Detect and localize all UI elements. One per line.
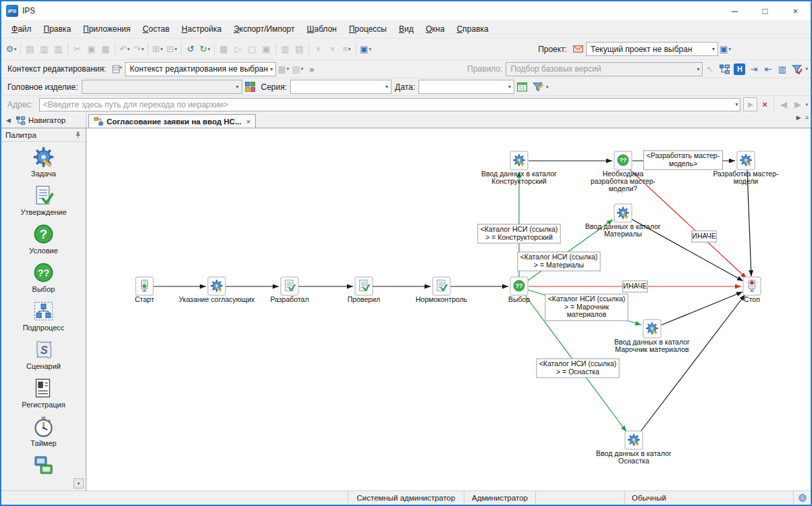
node-razrabotka-master-modeli[interactable]: Разработка мастер-модели (713, 151, 779, 185)
workflow-diagram[interactable]: <Каталог НСИ (ссылка)> = Конструкторский… (86, 128, 811, 490)
diagram-canvas[interactable]: <Каталог НСИ (ссылка)> = Конструкторский… (86, 128, 811, 490)
calendar-icon[interactable] (516, 81, 528, 93)
edge-marochnik-stop[interactable] (661, 292, 742, 325)
edge-osnastka-stop[interactable] (640, 295, 745, 432)
edge-razrabotka-stop[interactable] (747, 170, 751, 276)
insert-copy-icon: ⊟▾ (165, 42, 179, 56)
menu-windows[interactable]: Окна (420, 22, 451, 36)
chevron-down-icon[interactable]: ▾ (805, 66, 808, 72)
overflow-chevron-icon[interactable]: » (304, 62, 319, 76)
palette-item-scenario[interactable]: Сценарий (26, 338, 61, 377)
node-vvod-konstruktorskij[interactable]: Ввод данных в каталогКонструкторский (481, 151, 557, 185)
filter-applied-icon[interactable] (791, 64, 803, 75)
tabs-scroll-right-icon[interactable]: ▶ (794, 113, 803, 128)
menu-file[interactable]: Файл (5, 22, 38, 36)
palette-item-label: Подпроцесс (23, 324, 65, 332)
chevron-down-icon[interactable]: ▾ (805, 102, 808, 107)
maximize-button[interactable]: □ (750, 1, 780, 20)
tabs-menu-icon[interactable]: ≡ (803, 113, 811, 128)
edge-label-materialy[interactable]: <Каталог НСИ (ссылка)> = Материалы (518, 252, 600, 271)
context-history-icon: ▤▾ (290, 62, 304, 76)
edge-label-osnastka[interactable]: <Каталог НСИ (ссылка)> = Оснастка (537, 359, 619, 378)
h-button[interactable]: H (734, 64, 745, 75)
workspace-panels-icon[interactable]: ▣▾ (358, 42, 373, 56)
menu-edit[interactable]: Правка (38, 22, 78, 36)
chevron-down-icon[interactable]: ▾ (733, 101, 740, 107)
node-label: Старт (135, 295, 155, 303)
menu-help[interactable]: Справка (451, 22, 495, 36)
tab-title: Согласование заявки на ввод НС... (107, 118, 242, 126)
context-combo[interactable]: Контекст редактирования не выбран ▾ (125, 62, 276, 76)
close-button[interactable]: × (780, 1, 811, 20)
node-label: Указание согласующих (179, 295, 255, 303)
collapse-panel-icon[interactable]: ◀ (4, 116, 13, 125)
columns-icon[interactable]: ▥ (775, 62, 789, 76)
separator (356, 43, 356, 55)
node-ukazanie-soglasuyushchih[interactable]: Указание согласующих (179, 277, 255, 303)
menu-view[interactable]: Вид (393, 22, 420, 36)
palette-scroll-down-button[interactable]: ▾ (74, 478, 84, 488)
pin-icon[interactable] (74, 131, 82, 138)
tab-close-icon[interactable]: × (246, 118, 250, 126)
navigator-tab[interactable]: Навигатор (28, 116, 65, 124)
node-label: Ввод данных в каталогМарочник материалов (614, 338, 690, 353)
palette-item-subprocess[interactable]: Подпроцесс (23, 300, 65, 338)
palette-item-partial[interactable] (32, 454, 55, 490)
minimize-button[interactable]: ─ (720, 1, 750, 20)
series-combo[interactable]: ▾ (290, 80, 391, 94)
chevron-down-icon: ▾ (728, 47, 731, 52)
project-combo[interactable]: Текущий проект не выбран ▾ (586, 42, 718, 56)
node-proveril[interactable]: Проверил (348, 277, 380, 303)
chevron-down-icon: ▾ (14, 47, 17, 52)
clear-address-icon[interactable]: × (757, 97, 772, 111)
node-vvod-osnastka[interactable]: Ввод данных в каталогОснастка (596, 431, 672, 465)
address-input[interactable] (40, 100, 734, 109)
node-start[interactable]: Старт (135, 277, 155, 303)
registration-icon (32, 377, 55, 399)
task-icon (211, 280, 222, 292)
go-address-icon: ▶ (743, 97, 757, 111)
palette-item-task[interactable]: Задача (31, 146, 56, 184)
goto-prev-icon[interactable]: ⇤ (761, 62, 775, 76)
tab-process[interactable]: Согласование заявки на ввод НС... × (88, 114, 256, 128)
export-doc-icon: ▥ (278, 42, 292, 56)
palette-item-condition[interactable]: Условие (29, 223, 58, 261)
goto-next-icon[interactable]: ⇥ (747, 62, 761, 76)
hierarchy-icon[interactable] (719, 64, 730, 75)
node-vybor[interactable]: Выбор (508, 277, 530, 303)
palette-item-registration[interactable]: Регистрация (22, 377, 65, 415)
node-normokontrol[interactable]: Нормоконтроль (416, 277, 468, 303)
refresh-icon[interactable]: ↺ (184, 42, 198, 56)
refresh-all-icon[interactable]: ↻▾ (198, 42, 212, 56)
node-label: Ввод данных в каталогОснастка (596, 449, 672, 465)
edit-context-icon[interactable] (111, 64, 123, 75)
node-vvod-marochnik[interactable]: Ввод данных в каталогМарочник материалов (614, 320, 690, 353)
chevron-down-icon[interactable]: ▾ (546, 84, 549, 90)
node-razrabotal[interactable]: Разработал (270, 277, 308, 303)
palette-item-approval[interactable]: Утверждение (20, 184, 66, 223)
menu-structure[interactable]: Состав (136, 22, 175, 36)
menu-export-import[interactable]: Экспорт/Импорт (227, 22, 300, 36)
views-gallery-icon[interactable]: ▣▾ (718, 42, 732, 56)
edge-label-konstruktorskij[interactable]: <Каталог НСИ (ссылка)> = Конструкторский (478, 224, 560, 243)
address-field[interactable]: ▾ (39, 98, 741, 111)
filter-edit-icon[interactable] (532, 81, 543, 93)
date-combo[interactable]: ▾ (418, 80, 514, 94)
navigator-header: ◀ Навигатор (1, 113, 86, 128)
menu-processes[interactable]: Процессы (343, 22, 393, 36)
edge-label-master-model[interactable]: <Разработать мастер-модель> (644, 151, 723, 170)
edge-label-marochnik[interactable]: <Каталог НСИ (ссылка)> = Марочникматериа… (545, 294, 628, 321)
edge-label-inache-top[interactable]: ИНАЧЕ (692, 231, 717, 243)
mail-icon[interactable] (572, 43, 584, 55)
menu-settings[interactable]: Настройка (175, 22, 227, 36)
node-vvod-materialy[interactable]: Ввод данных в каталогМатериалы (585, 204, 661, 238)
node-stop[interactable]: Стоп (743, 277, 761, 303)
menu-template[interactable]: Шаблон (301, 22, 343, 36)
palette-item-choice[interactable]: Выбор (32, 261, 55, 300)
create-object-icon[interactable]: ⚙▾ (4, 42, 18, 56)
product-structure-icon[interactable] (244, 81, 256, 93)
node-label: Необходимаразработка мастер-модели? (591, 170, 656, 193)
palette-item-timer[interactable]: Таймер (30, 415, 56, 454)
menu-applications[interactable]: Приложения (77, 22, 136, 36)
edge-label-inache-mid[interactable]: ИНАЧЕ (623, 281, 648, 293)
